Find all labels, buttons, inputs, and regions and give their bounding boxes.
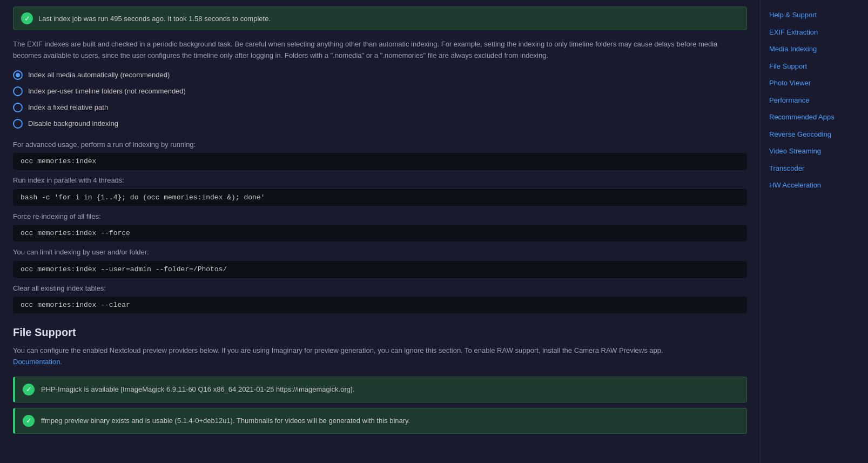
alert-check-icon-imagick: ✓ — [23, 384, 35, 395]
radio-per-user[interactable]: Index per-user timeline folders (not rec… — [13, 86, 747, 96]
sidebar-item-reverse-geocoding[interactable]: Reverse Geocoding — [761, 126, 868, 143]
radio-circle-fixed-path[interactable] — [13, 103, 23, 112]
radio-fixed-path[interactable]: Index a fixed relative path — [13, 103, 747, 112]
file-support-title: File Support — [13, 326, 747, 339]
alert-message-imagick: PHP-Imagick is available [ImageMagick 6.… — [41, 384, 354, 395]
documentation-link[interactable]: Documentation. — [13, 358, 62, 366]
indexing-radio-group: Index all media automatically (recommend… — [13, 70, 747, 129]
sidebar-item-hw-acceleration[interactable]: HW Acceleration — [761, 177, 868, 194]
radio-auto[interactable]: Index all media automatically (recommend… — [13, 70, 747, 80]
radio-label-per-user: Index per-user timeline folders (not rec… — [28, 87, 186, 95]
alert-imagick: ✓ PHP-Imagick is available [ImageMagick … — [13, 377, 747, 402]
force-label: Force re-indexing of all files: — [13, 211, 747, 222]
alert-check-icon-ffmpeg: ✓ — [23, 415, 35, 427]
radio-label-auto: Index all media automatically (recommend… — [28, 71, 170, 79]
radio-circle-disable[interactable] — [13, 119, 23, 129]
cmd-clear: occ memories:index --clear — [13, 297, 747, 313]
parallel-label: Run index in parallel with 4 threads: — [13, 175, 747, 186]
sidebar-item-file-support[interactable]: File Support — [761, 58, 868, 75]
cmd-basic: occ memories:index — [13, 153, 747, 170]
radio-circle-per-user[interactable] — [13, 86, 23, 96]
cmd-force: occ memories:index --force — [13, 225, 747, 241]
advanced-section: For advanced usage, perform a run of ind… — [13, 139, 747, 314]
sidebar-item-help-support[interactable]: Help & Support — [761, 6, 868, 24]
sidebar-item-performance[interactable]: Performance — [761, 92, 868, 109]
advanced-label: For advanced usage, perform a run of ind… — [13, 139, 747, 150]
sidebar-item-exif-extraction[interactable]: EXIF Extraction — [761, 24, 868, 41]
sidebar: Help & Support EXIF Extraction Media Ind… — [760, 0, 868, 463]
status-check-icon: ✓ — [21, 12, 33, 24]
sidebar-item-video-streaming[interactable]: Video Streaming — [761, 143, 868, 160]
alert-message-ffmpeg: ffmpeg preview binary exists and is usab… — [41, 415, 410, 426]
status-message: Last index job was run 495 seconds ago. … — [38, 15, 271, 23]
file-support-description: You can configure the enabled Nextcloud … — [13, 345, 747, 368]
sidebar-item-photo-viewer[interactable]: Photo Viewer — [761, 75, 868, 92]
radio-label-fixed-path: Index a fixed relative path — [28, 103, 108, 111]
sidebar-item-media-indexing[interactable]: Media Indexing — [761, 41, 868, 58]
alert-ffmpeg: ✓ ffmpeg preview binary exists and is us… — [13, 408, 747, 434]
index-status-bar: ✓ Last index job was run 495 seconds ago… — [13, 6, 747, 30]
main-content: ✓ Last index job was run 495 seconds ago… — [0, 0, 760, 463]
cmd-parallel: bash -c 'for i in {1..4}; do (occ memori… — [13, 189, 747, 206]
clear-label: Clear all existing index tables: — [13, 283, 747, 294]
radio-label-disable: Disable background indexing — [28, 119, 118, 128]
sidebar-item-transcoder[interactable]: Transcoder — [761, 160, 868, 177]
sidebar-item-recommended-apps[interactable]: Recommended Apps — [761, 109, 868, 126]
radio-circle-auto[interactable] — [13, 70, 23, 80]
radio-disable[interactable]: Disable background indexing — [13, 119, 747, 129]
cmd-user-folder: occ memories:index --user=admin --folder… — [13, 261, 747, 278]
user-folder-label: You can limit indexing by user and/or fo… — [13, 247, 747, 258]
media-indexing-description: The EXIF indexes are built and checked i… — [13, 39, 747, 62]
